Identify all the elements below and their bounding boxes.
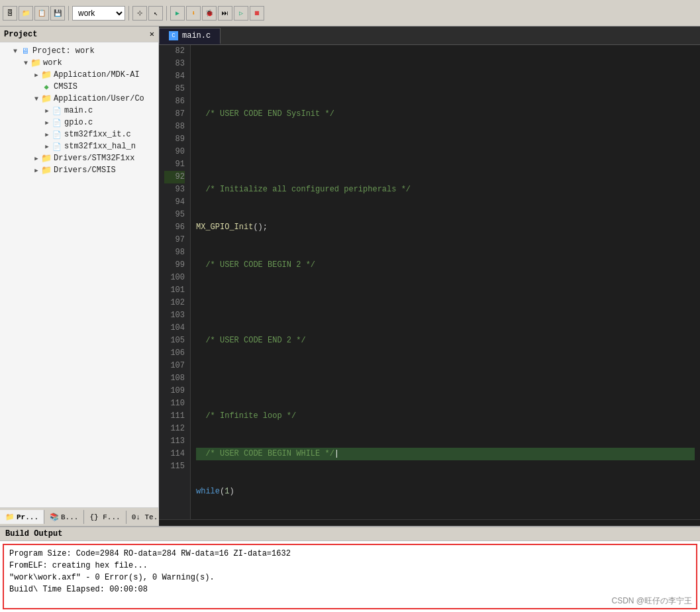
arrow-main: ▶ (42, 106, 52, 115)
line-numbers: 82 83 84 85 86 87 88 89 90 91 92 93 94 9… (159, 45, 191, 519)
sidebar-close[interactable]: ✕ (150, 29, 154, 39)
code-line-90 (196, 372, 695, 385)
arrow-root: ▼ (11, 46, 20, 56)
code-lines[interactable]: /* USER CODE END SysInit */ /* Initializ… (191, 45, 700, 519)
ln-95: 95 (164, 209, 185, 221)
ln-89: 89 (164, 133, 185, 146)
ln-111: 111 (164, 410, 185, 423)
file-icon-stm32-hal: 📄 (52, 141, 62, 152)
ln-101: 101 (164, 284, 185, 297)
folder-icon-drivers-cmsis: 📁 (41, 165, 52, 176)
watermark-text: CSDN @旺仔の李宁王 (611, 596, 692, 605)
toolbar-btn-build[interactable]: ▶ (170, 6, 185, 21)
tree-item-stm32-hal[interactable]: ▶ 📄 stm32f1xx_hal_n (0, 140, 158, 152)
tree-item-root[interactable]: ▼ 🖥 Project: work (0, 45, 158, 57)
arrow-stm32-it: ▶ (42, 130, 52, 139)
sidebar-tree: ▼ 🖥 Project: work ▼ 📁 work ▶ 📁 Applicati… (0, 42, 158, 507)
toolbar-btn-cursor[interactable]: ⊹ (132, 6, 147, 21)
watermark: CSDN @旺仔の李宁王 (611, 595, 692, 607)
ln-102: 102 (164, 297, 185, 309)
tree-item-drivers-stm[interactable]: ▶ 📁 Drivers/STM32F1xx (0, 152, 158, 164)
editor-hscrollbar[interactable] (159, 519, 700, 526)
toolbar-sep-2 (128, 6, 129, 21)
toolbar-btn-save[interactable]: 💾 (50, 6, 65, 21)
sidebar-tab-books[interactable]: 📚 B... (44, 510, 84, 524)
arrow-cmsis (32, 82, 41, 91)
toolbar-btn-step[interactable]: ⏭ (218, 6, 232, 21)
tree-item-app-mdk[interactable]: ▶ 📁 Application/MDK-AI (0, 69, 158, 81)
ln-88: 88 (164, 121, 185, 133)
build-text-4: Build\ Time Elapsed: 00:00:08 (9, 585, 148, 594)
file-icon-stm32-it: 📄 (52, 129, 62, 140)
project-tab-icon: 📁 (5, 513, 15, 521)
code-container[interactable]: 82 83 84 85 86 87 88 89 90 91 92 93 94 9… (159, 45, 700, 519)
ln-114: 114 (164, 448, 185, 460)
ln-98: 98 (164, 246, 185, 259)
tree-item-app-user[interactable]: ▼ 📁 Application/User/Co (0, 93, 158, 105)
ln-106: 106 (164, 347, 185, 360)
tree-item-main-c[interactable]: ▶ 📄 main.c (0, 105, 158, 117)
arrow-app-user: ▼ (32, 94, 41, 103)
books-tab-icon: 📚 (50, 513, 59, 521)
arrow-app-mdk: ▶ (32, 70, 41, 79)
build-line-2: FromELF: creating hex file... (9, 560, 691, 572)
ln-97: 97 (164, 234, 185, 246)
code-line-82 (196, 70, 695, 83)
root-icon: 🖥 (20, 46, 30, 56)
file-icon-gpio: 📄 (52, 117, 62, 128)
toolbar-btn-open[interactable]: 📁 (19, 6, 33, 21)
tree-label-drivers-stm: Drivers/STM32F1xx (54, 154, 134, 163)
toolbar-btn-run[interactable]: ▷ (234, 6, 248, 21)
sidebar-tab-project[interactable]: 📁 Pr... (0, 510, 44, 524)
build-text-2: FromELF: creating hex file... (9, 561, 148, 570)
ln-96: 96 (164, 221, 185, 234)
build-output-content[interactable]: Program Size: Code=2984 RO-data=284 RW-d… (3, 544, 697, 609)
tree-item-cmsis[interactable]: ◆ CMSIS (0, 81, 158, 93)
build-line-3: "work\work.axf" - 0 Error(s), 0 Warning(… (9, 572, 691, 584)
code-line-85: /* Initialize all configured peripherals… (196, 183, 695, 196)
arrow-work: ▼ (21, 58, 30, 68)
tab-file-icon: C (169, 31, 178, 40)
build-line-4: Build\ Time Elapsed: 00:00:08 (9, 584, 691, 595)
tree-item-gpio-c[interactable]: ▶ 📄 gpio.c (0, 117, 158, 128)
tree-label-work: work (43, 58, 62, 68)
build-text-3: "work\work.axf" - 0 Error(s), 0 Warning(… (9, 573, 215, 582)
tree-item-stm32-it[interactable]: ▶ 📄 stm32f1xx_it.c (0, 128, 158, 140)
folder-icon-work: 📁 (30, 58, 41, 68)
tree-label-drivers-cmsis: Drivers/CMSIS (54, 166, 116, 175)
diamond-icon-cmsis: ◆ (41, 81, 52, 92)
build-line-1: Program Size: Code=2984 RO-data=284 RW-d… (9, 548, 691, 560)
arrow-drivers-stm: ▶ (32, 154, 41, 163)
editor-area: C main.c 82 83 84 85 86 87 88 89 90 91 9… (159, 26, 700, 526)
tree-label-gpio-c: gpio.c (64, 118, 93, 127)
toolbar-sep-1 (68, 6, 69, 21)
toolbar-btn-copy[interactable]: 📋 (34, 6, 49, 21)
tree-label-app-user: Application/User/Co (54, 94, 144, 103)
ln-113: 113 (164, 435, 185, 448)
code-line-93: while (1) (196, 485, 695, 498)
folder-icon-drivers-stm: 📁 (41, 153, 52, 164)
tree-label-stm32-hal: stm32f1xx_hal_n (64, 142, 136, 151)
toolbar-btn-new[interactable]: 🗄 (3, 6, 17, 21)
toolbar-btn-debug[interactable]: 🐞 (202, 6, 217, 21)
toolbar-btn-load[interactable]: ⬇ (186, 6, 201, 21)
books-tab-label: B... (61, 513, 78, 521)
tree-item-work[interactable]: ▼ 📁 work (0, 57, 158, 69)
tree-label-cmsis: CMSIS (54, 82, 77, 91)
toolbar: 🗄 📁 📋 💾 work ⊹ ↖ ▶ ⬇ 🐞 ⏭ ▷ ⏹ (0, 0, 700, 26)
ln-107: 107 (164, 360, 185, 372)
toolbar-btn-select[interactable]: ↖ (148, 6, 163, 21)
toolbar-btn-stop[interactable]: ⏹ (250, 6, 264, 21)
ln-94: 94 (164, 196, 185, 209)
code-line-87: /* USER CODE BEGIN 2 */ (196, 259, 695, 272)
ln-99: 99 (164, 259, 185, 272)
sidebar-tab-functions[interactable]: {} F... (84, 511, 126, 524)
editor-tab-main-c[interactable]: C main.c (159, 28, 221, 44)
folder-icon-app-mdk: 📁 (41, 70, 52, 80)
ln-84: 84 (164, 70, 185, 83)
ln-112: 112 (164, 423, 185, 435)
code-line-83: /* USER CODE END SysInit */ (196, 108, 695, 121)
project-combo[interactable]: work (72, 6, 125, 21)
code-line-84 (196, 146, 695, 158)
tree-item-drivers-cmsis[interactable]: ▶ 📁 Drivers/CMSIS (0, 164, 158, 176)
